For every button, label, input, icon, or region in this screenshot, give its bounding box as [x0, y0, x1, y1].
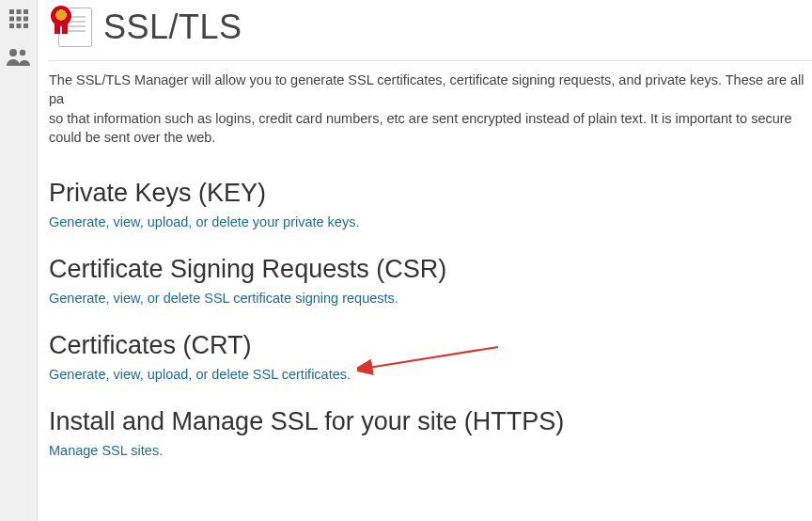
- section-heading: Certificates (CRT): [49, 331, 812, 360]
- section-install-manage: Install and Manage SSL for your site (HT…: [49, 407, 812, 459]
- svg-rect-0: [9, 9, 14, 14]
- link-certificates[interactable]: Generate, view, upload, or delete SSL ce…: [49, 367, 351, 382]
- svg-point-9: [9, 49, 17, 56]
- page-title: SSL/TLS: [103, 8, 242, 47]
- svg-rect-2: [23, 9, 28, 14]
- svg-rect-4: [16, 17, 21, 22]
- svg-rect-6: [9, 24, 14, 28]
- section-heading: Certificate Signing Requests (CSR): [49, 255, 812, 284]
- svg-rect-3: [9, 17, 14, 22]
- sidebar: [0, 0, 38, 521]
- section-heading: Install and Manage SSL for your site (HT…: [49, 407, 812, 436]
- svg-point-10: [19, 50, 24, 55]
- svg-rect-7: [16, 24, 21, 28]
- svg-rect-8: [23, 24, 28, 28]
- section-heading: Private Keys (KEY): [49, 179, 812, 208]
- section-certificates: Certificates (CRT) Generate, view, uploa…: [49, 331, 812, 383]
- svg-rect-1: [16, 9, 21, 14]
- link-manage-ssl[interactable]: Manage SSL sites.: [49, 443, 163, 458]
- link-csr[interactable]: Generate, view, or delete SSL certificat…: [49, 291, 398, 306]
- intro-text: The SSL/TLS Manager will allow you to ge…: [49, 71, 812, 147]
- link-private-keys[interactable]: Generate, view, upload, or delete your p…: [49, 214, 359, 229]
- page-header: SSL/TLS: [49, 6, 812, 49]
- divider: [49, 60, 812, 61]
- section-csr: Certificate Signing Requests (CSR) Gener…: [49, 255, 812, 307]
- section-private-keys: Private Keys (KEY) Generate, view, uploa…: [49, 179, 812, 230]
- users-icon[interactable]: [6, 43, 32, 70]
- main-content: SSL/TLS The SSL/TLS Manager will allow y…: [38, 0, 812, 521]
- ssl-certificate-icon: [49, 6, 92, 49]
- apps-icon[interactable]: [6, 6, 32, 32]
- svg-rect-5: [23, 17, 28, 22]
